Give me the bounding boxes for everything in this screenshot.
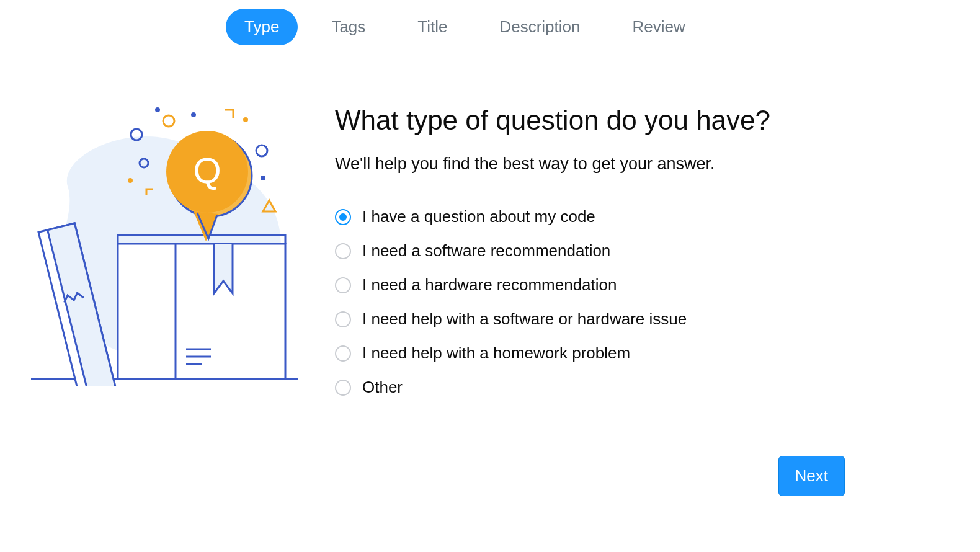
svg-point-12 <box>256 145 267 156</box>
step-nav: Type Tags Title Description Review <box>0 0 980 45</box>
radio-icon <box>335 209 351 225</box>
radio-icon <box>335 380 351 396</box>
step-description[interactable]: Description <box>481 9 599 45</box>
wizard-illustration: Q <box>31 101 298 397</box>
svg-point-11 <box>163 115 174 127</box>
content-row: Q What type of question do you have? We <box>0 45 980 397</box>
page-subtitle: We'll help you find the best way to get … <box>335 154 943 174</box>
option-label: I have a question about my code <box>362 207 595 226</box>
option-hardware-recommendation[interactable]: I need a hardware recommendation <box>335 275 943 295</box>
radio-icon <box>335 277 351 293</box>
step-label: Tags <box>331 17 365 36</box>
svg-point-15 <box>191 112 196 117</box>
svg-point-16 <box>261 176 265 180</box>
option-homework[interactable]: I need help with a homework problem <box>335 344 943 363</box>
step-label: Description <box>499 17 580 36</box>
step-title[interactable]: Title <box>399 9 466 45</box>
option-sw-hw-issue[interactable]: I need help with a software or hardware … <box>335 309 943 329</box>
next-button[interactable]: Next <box>778 456 845 496</box>
option-code-question[interactable]: I have a question about my code <box>335 207 943 226</box>
step-type[interactable]: Type <box>226 9 298 45</box>
wizard-main: What type of question do you have? We'll… <box>335 101 943 397</box>
step-label: Review <box>633 17 685 36</box>
option-label: I need help with a software or hardware … <box>362 309 687 329</box>
svg-point-18 <box>243 117 248 122</box>
option-label: I need a hardware recommendation <box>362 275 617 295</box>
q-letter-icon: Q <box>193 150 221 190</box>
option-label: I need help with a homework problem <box>362 344 630 363</box>
radio-icon <box>335 311 351 327</box>
step-tags[interactable]: Tags <box>313 9 384 45</box>
svg-rect-1 <box>118 244 285 379</box>
radio-icon <box>335 243 351 259</box>
ask-question-wizard: Type Tags Title Description Review <box>0 0 980 552</box>
step-label: Title <box>417 17 447 36</box>
step-label: Type <box>244 17 279 36</box>
page-title: What type of question do you have? <box>335 105 943 136</box>
option-software-recommendation[interactable]: I need a software recommendation <box>335 241 943 260</box>
svg-point-14 <box>155 107 160 112</box>
svg-point-17 <box>128 178 133 183</box>
radio-icon <box>335 345 351 362</box>
option-other[interactable]: Other <box>335 378 943 397</box>
option-label: Other <box>362 378 403 397</box>
step-review[interactable]: Review <box>614 9 704 45</box>
question-type-options: I have a question about my code I need a… <box>335 207 943 397</box>
option-label: I need a software recommendation <box>362 241 610 260</box>
next-button-label: Next <box>795 466 828 485</box>
